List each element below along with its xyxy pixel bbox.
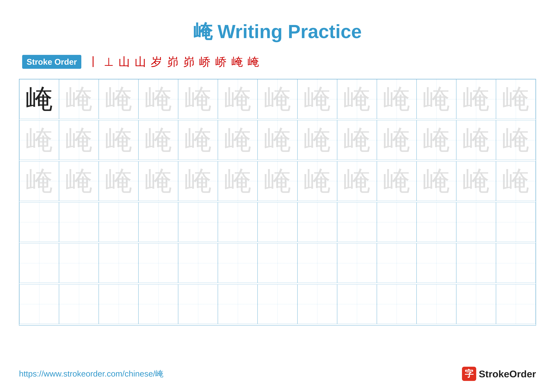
grid-cell[interactable]: 崦 bbox=[297, 79, 337, 119]
grid-cell[interactable]: 崦 bbox=[59, 79, 99, 119]
grid-cell[interactable]: 崦 bbox=[337, 79, 377, 119]
grid-cell[interactable] bbox=[377, 243, 416, 283]
grid-cell[interactable] bbox=[218, 284, 258, 324]
grid-cell[interactable]: 崦 bbox=[59, 161, 99, 201]
grid-cell[interactable] bbox=[456, 284, 496, 324]
page-title: 崦 Writing Practice bbox=[193, 21, 362, 42]
grid-cell[interactable]: 崦 bbox=[178, 79, 218, 119]
char-faded: 崦 bbox=[26, 168, 53, 194]
char-faded: 崦 bbox=[343, 86, 370, 113]
grid-cell[interactable] bbox=[59, 284, 99, 324]
grid-cell[interactable] bbox=[99, 284, 139, 324]
grid-cell[interactable] bbox=[337, 202, 377, 242]
char-faded: 崦 bbox=[502, 86, 529, 113]
grid-cell[interactable] bbox=[258, 243, 297, 283]
grid-cell[interactable] bbox=[416, 284, 456, 324]
stroke-order-row: Stroke Order 丨 ⊥ 山 山 岁 峁 峁 峤 峤 崦 崦 bbox=[19, 54, 536, 69]
grid-cell[interactable]: 崦 bbox=[19, 161, 59, 201]
grid-cell[interactable]: 崦 bbox=[139, 79, 178, 119]
grid-cell[interactable]: 崦 bbox=[337, 120, 377, 160]
char-faded: 崦 bbox=[185, 86, 212, 113]
grid-cell[interactable]: 崦 bbox=[99, 161, 139, 201]
char-faded: 崦 bbox=[502, 127, 529, 154]
grid-cell[interactable] bbox=[416, 243, 456, 283]
grid-cell[interactable] bbox=[456, 202, 496, 242]
grid-cell[interactable]: 崦 bbox=[59, 120, 99, 160]
grid-cell[interactable] bbox=[99, 202, 139, 242]
grid-cell[interactable] bbox=[19, 243, 59, 283]
grid-cell[interactable]: 崦 bbox=[416, 79, 456, 119]
grid-cell[interactable]: 崦 bbox=[496, 161, 536, 201]
grid-cell[interactable]: 崦 bbox=[416, 161, 456, 201]
grid-cell[interactable]: 崦 bbox=[218, 161, 258, 201]
grid-cell[interactable] bbox=[59, 202, 99, 242]
grid-cell[interactable]: 崦 bbox=[139, 161, 178, 201]
grid-cell[interactable]: 崦 bbox=[19, 79, 59, 119]
grid-cell[interactable]: 崦 bbox=[19, 120, 59, 160]
grid-cell[interactable] bbox=[377, 202, 416, 242]
grid-cell[interactable]: 崦 bbox=[178, 161, 218, 201]
grid-cell[interactable]: 崦 bbox=[496, 79, 536, 119]
grid-cell[interactable] bbox=[496, 284, 536, 324]
grid-cell[interactable]: 崦 bbox=[377, 161, 416, 201]
grid-cell[interactable]: 崦 bbox=[218, 79, 258, 119]
grid-cell[interactable]: 崦 bbox=[99, 79, 139, 119]
grid-cell[interactable]: 崦 bbox=[139, 120, 178, 160]
grid-cell[interactable] bbox=[178, 243, 218, 283]
grid-cell[interactable]: 崦 bbox=[297, 161, 337, 201]
grid-cell[interactable] bbox=[337, 243, 377, 283]
stroke-chars: 丨 ⊥ 山 山 岁 峁 峁 峤 峤 崦 崦 bbox=[88, 54, 259, 69]
grid-cell[interactable] bbox=[297, 284, 337, 324]
practice-grid: 崦崦崦崦崦崦崦崦崦崦崦崦崦崦崦崦崦崦崦崦崦崦崦崦崦崦崦崦崦崦崦崦崦崦崦崦崦崦崦 bbox=[19, 79, 536, 326]
grid-cell[interactable] bbox=[218, 202, 258, 242]
grid-cell[interactable] bbox=[178, 284, 218, 324]
char-faded: 崦 bbox=[423, 127, 450, 154]
grid-cell[interactable]: 崦 bbox=[218, 120, 258, 160]
grid-cell[interactable]: 崦 bbox=[337, 161, 377, 201]
grid-cell[interactable]: 崦 bbox=[377, 120, 416, 160]
stroke-4: 山 bbox=[135, 54, 146, 69]
grid-cell[interactable] bbox=[139, 202, 178, 242]
grid-cell[interactable] bbox=[139, 243, 178, 283]
grid-cell[interactable] bbox=[139, 284, 178, 324]
footer-url[interactable]: https://www.strokeorder.com/chinese/崦 bbox=[19, 368, 163, 379]
grid-cell[interactable] bbox=[416, 202, 456, 242]
grid-cell[interactable]: 崦 bbox=[297, 120, 337, 160]
stroke-5: 岁 bbox=[151, 54, 162, 69]
grid-cell[interactable] bbox=[337, 284, 377, 324]
grid-cell[interactable] bbox=[19, 284, 59, 324]
grid-cell[interactable] bbox=[456, 243, 496, 283]
grid-cell[interactable]: 崦 bbox=[456, 161, 496, 201]
grid-cell[interactable]: 崦 bbox=[99, 120, 139, 160]
grid-cell[interactable] bbox=[19, 202, 59, 242]
char-faded: 崦 bbox=[304, 168, 331, 194]
char-faded: 崦 bbox=[304, 86, 331, 113]
grid-cell[interactable] bbox=[59, 243, 99, 283]
char-faded: 崦 bbox=[66, 168, 92, 194]
grid-cell[interactable]: 崦 bbox=[456, 79, 496, 119]
stroke-7: 峁 bbox=[183, 54, 194, 69]
grid-cell[interactable]: 崦 bbox=[416, 120, 456, 160]
grid-cell[interactable] bbox=[99, 243, 139, 283]
grid-cell[interactable] bbox=[297, 202, 337, 242]
grid-cell[interactable] bbox=[218, 243, 258, 283]
grid-cell[interactable] bbox=[496, 202, 536, 242]
char-faded: 崦 bbox=[423, 168, 450, 194]
grid-cell[interactable]: 崦 bbox=[496, 120, 536, 160]
grid-cell[interactable] bbox=[377, 284, 416, 324]
grid-cell[interactable] bbox=[178, 202, 218, 242]
grid-cell[interactable] bbox=[496, 243, 536, 283]
page: 崦 Writing Practice Stroke Order 丨 ⊥ 山 山 … bbox=[0, 0, 555, 392]
grid-cell[interactable]: 崦 bbox=[258, 161, 297, 201]
stroke-3: 山 bbox=[118, 54, 130, 69]
char-faded: 崦 bbox=[105, 86, 132, 113]
grid-cell[interactable] bbox=[258, 284, 297, 324]
grid-cell[interactable]: 崦 bbox=[178, 120, 218, 160]
grid-cell[interactable] bbox=[297, 243, 337, 283]
grid-cell[interactable]: 崦 bbox=[258, 79, 297, 119]
grid-cell[interactable]: 崦 bbox=[377, 79, 416, 119]
grid-cell[interactable]: 崦 bbox=[258, 120, 297, 160]
grid-cell[interactable]: 崦 bbox=[456, 120, 496, 160]
char-faded: 崦 bbox=[343, 127, 370, 154]
grid-cell[interactable] bbox=[258, 202, 297, 242]
